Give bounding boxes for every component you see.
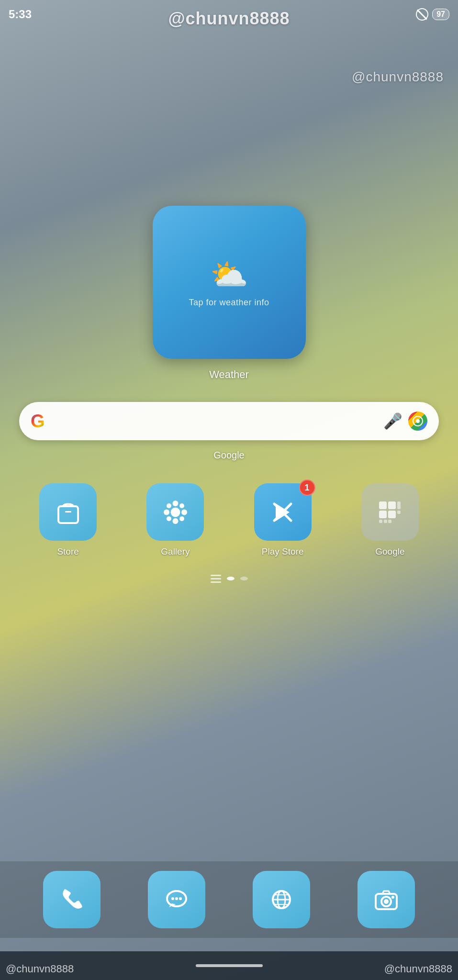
svg-point-11 <box>179 503 184 508</box>
status-icons: 97 <box>416 8 449 21</box>
dock-messages[interactable] <box>148 871 205 928</box>
google-mic-icon[interactable]: 🎤 <box>383 412 402 430</box>
messages-icon[interactable] <box>148 871 205 928</box>
svg-rect-2 <box>58 506 78 523</box>
google-app-icon[interactable] <box>361 483 419 541</box>
svg-point-36 <box>391 896 394 899</box>
playstore-app-icon[interactable]: 1 <box>254 483 312 541</box>
google-lens-icon[interactable] <box>408 412 427 431</box>
app-item-store[interactable]: Store <box>32 483 104 557</box>
no-signal-icon <box>416 8 428 21</box>
playstore-badge: 1 <box>299 479 315 496</box>
dock-browser[interactable] <box>253 871 310 928</box>
dock <box>0 861 458 938</box>
app-item-google[interactable]: Google <box>354 483 426 557</box>
dock-camera[interactable] <box>357 871 415 928</box>
svg-point-25 <box>171 897 174 900</box>
svg-rect-17 <box>397 501 401 509</box>
battery-indicator: 97 <box>432 9 449 20</box>
svg-rect-23 <box>388 520 391 523</box>
playstore-app-label: Play Store <box>262 546 304 557</box>
nav-indicator <box>196 964 263 967</box>
google-label: Google <box>213 450 245 461</box>
phone-icon[interactable] <box>43 871 101 928</box>
page-indicator-menu <box>211 574 221 583</box>
phone-screen: 5:33 97 @chunvn8888 @chunvn8888 @chunvn8… <box>0 0 458 980</box>
page-dot-active <box>227 577 235 580</box>
svg-point-4 <box>170 507 180 517</box>
google-app-label: Google <box>375 546 404 557</box>
svg-rect-18 <box>379 511 387 518</box>
svg-point-6 <box>172 518 178 524</box>
svg-rect-20 <box>397 511 401 514</box>
svg-point-35 <box>384 899 389 904</box>
store-app-label: Store <box>57 546 78 557</box>
svg-rect-16 <box>388 501 396 509</box>
gallery-app-label: Gallery <box>161 546 190 557</box>
app-item-playstore[interactable]: 1 Play Store <box>247 483 319 557</box>
browser-icon[interactable] <box>253 871 310 928</box>
app-item-gallery[interactable]: Gallery <box>139 483 211 557</box>
dock-phone[interactable] <box>43 871 101 928</box>
status-bar: 5:33 97 <box>0 0 458 29</box>
svg-point-8 <box>181 509 187 515</box>
svg-rect-21 <box>379 520 382 523</box>
svg-rect-19 <box>388 511 396 518</box>
page-indicators <box>211 574 248 583</box>
watermark-bottom-left: @chunvn8888 <box>6 963 74 975</box>
app-grid: Store Gallery 1 <box>0 483 458 557</box>
svg-point-12 <box>167 516 171 521</box>
weather-icon: ⛅ <box>210 257 248 293</box>
svg-point-10 <box>179 516 184 521</box>
google-search-bar[interactable]: G 🎤 <box>19 402 439 440</box>
svg-point-9 <box>167 503 171 508</box>
svg-point-27 <box>179 897 182 900</box>
weather-tap-text: Tap for weather info <box>189 298 269 308</box>
status-time: 5:33 <box>9 8 32 21</box>
svg-point-5 <box>172 501 178 506</box>
store-app-icon[interactable] <box>39 483 97 541</box>
weather-label: Weather <box>209 368 249 381</box>
svg-point-1 <box>416 419 420 423</box>
svg-rect-22 <box>384 520 387 523</box>
watermark-right: @chunvn8888 <box>352 69 444 85</box>
svg-point-26 <box>175 897 178 900</box>
google-g-logo: G <box>31 411 45 432</box>
camera-icon[interactable] <box>357 871 415 928</box>
weather-widget[interactable]: ⛅ Tap for weather info <box>153 206 306 359</box>
svg-point-7 <box>164 509 169 515</box>
svg-rect-3 <box>65 511 71 512</box>
watermark-bottom-right: @chunvn8888 <box>384 963 452 975</box>
page-dot-inactive <box>240 577 248 580</box>
svg-rect-15 <box>379 501 387 509</box>
gallery-app-icon[interactable] <box>146 483 204 541</box>
